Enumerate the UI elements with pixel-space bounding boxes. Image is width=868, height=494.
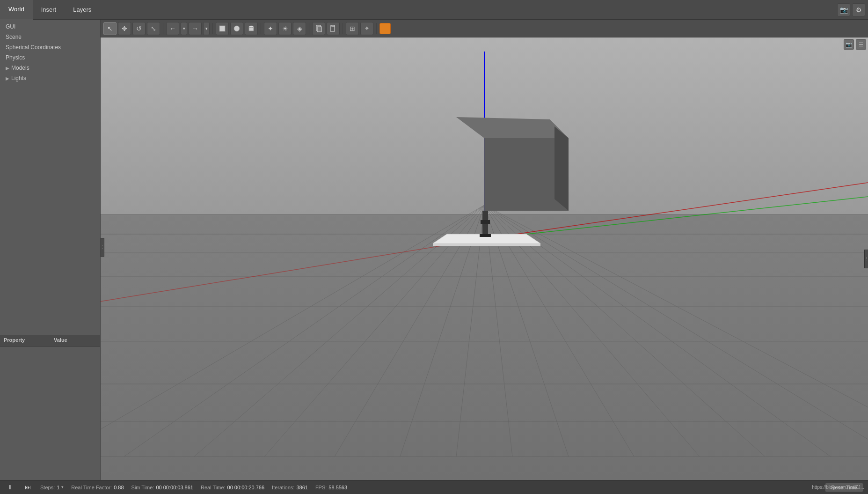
orange-mode-button[interactable]	[379, 23, 391, 34]
cylinder-button[interactable]	[245, 22, 258, 35]
steps-value: 1	[57, 485, 59, 490]
fps-display: FPS: 58.5563	[315, 485, 347, 490]
simtime-label: Sim Time:	[131, 485, 154, 490]
steps-arrow[interactable]: ▾	[61, 485, 64, 490]
scale-mode-button[interactable]: ⤡	[147, 22, 160, 35]
menu-tab-insert[interactable]: Insert	[33, 0, 65, 20]
toolbar: ↖ ✥ ↺ ⤡ ← ▾ → ▾ ✦ ☀ ◈ ⊞ ⌖	[101, 20, 868, 37]
models-arrow-icon: ▶	[6, 66, 9, 71]
sep6	[376, 23, 377, 34]
svg-rect-42	[480, 234, 491, 237]
menu-tab-world[interactable]: World	[0, 0, 33, 20]
svg-marker-39	[433, 243, 540, 246]
menu-tab-layers[interactable]: Layers	[65, 0, 100, 20]
rtf-value: 0.88	[114, 485, 124, 490]
tree-item-spherical-coords[interactable]: Spherical Coordinates	[0, 42, 100, 52]
property-col-header: Property	[0, 335, 50, 346]
top-menubar: World Insert Layers 📷 ⚙	[0, 0, 868, 20]
viewport-canvas	[101, 37, 868, 480]
undo-dropdown[interactable]: ▾	[181, 22, 187, 35]
step-forward-button[interactable]: ⏭	[22, 482, 33, 493]
steps-label: Steps:	[40, 485, 55, 490]
svg-rect-7	[332, 25, 335, 27]
directional-light-button[interactable]: ☀	[278, 22, 292, 35]
tree-item-scene[interactable]: Scene	[0, 32, 100, 42]
pause-button[interactable]: ⏸	[5, 482, 15, 493]
fps-label: FPS:	[315, 485, 327, 490]
tree-item-physics-label: Physics	[6, 54, 25, 61]
left-sidebar: World Insert Layers GUI Scene Spherical …	[0, 0, 101, 480]
svg-rect-9	[101, 214, 868, 480]
spot-light-button[interactable]: ◈	[293, 22, 306, 35]
tree-item-lights-label: Lights	[11, 75, 26, 81]
select-mode-button[interactable]: ↖	[103, 22, 117, 35]
simtime-value: 00 00:00:03.861	[156, 485, 193, 490]
svg-rect-0	[219, 26, 225, 31]
tree-item-scene-label: Scene	[6, 34, 22, 40]
left-collapse-handle[interactable]: ⋮	[101, 238, 104, 257]
viewport-menu-icon[interactable]: ☰	[856, 39, 866, 50]
tree-item-physics[interactable]: Physics	[0, 52, 100, 63]
translate-mode-button[interactable]: ✥	[118, 22, 131, 35]
iterations-display: Iterations: 3861	[272, 485, 308, 490]
settings-icon[interactable]: ⚙	[852, 3, 865, 16]
redo-button[interactable]: →	[189, 22, 202, 35]
tree-item-gui-label: GUI	[6, 23, 15, 30]
snap-button[interactable]: ⌖	[360, 22, 373, 35]
realtime-display: Real Time: 00 00:00:20.766	[201, 485, 264, 490]
properties-panel: Property Value	[0, 335, 100, 480]
paste-button[interactable]	[327, 22, 340, 35]
redo-dropdown[interactable]: ▾	[203, 22, 210, 35]
rotate-mode-button[interactable]: ↺	[132, 22, 146, 35]
url-bar: https://blog.csdn.net/ZJ...	[812, 480, 868, 494]
sep3	[261, 23, 261, 34]
rtf-display: Real Time Factor: 0.88	[71, 485, 124, 490]
iterations-label: Iterations:	[272, 485, 294, 490]
fps-value: 58.5563	[328, 485, 347, 490]
value-col-header: Value	[50, 335, 100, 346]
tree-item-lights[interactable]: ▶ Lights	[0, 73, 100, 83]
svg-rect-41	[481, 220, 490, 224]
right-collapse-handle[interactable]: ⋮	[864, 250, 868, 268]
simtime-display: Sim Time: 00 00:00:03.861	[131, 485, 193, 490]
tree-item-models-label: Models	[11, 65, 29, 71]
svg-marker-45	[554, 126, 569, 211]
tree-item-models[interactable]: ▶ Models	[0, 63, 100, 73]
undo-button[interactable]: ←	[166, 22, 179, 35]
lights-arrow-icon: ▶	[6, 76, 9, 81]
viewport-camera-icon[interactable]: 📷	[844, 39, 854, 50]
box-button[interactable]	[216, 22, 229, 35]
realtime-label: Real Time:	[201, 485, 226, 490]
sep2	[212, 23, 213, 34]
viewport: 📷 ☰ ⋮	[101, 37, 868, 480]
svg-point-3	[249, 26, 254, 28]
tree-item-gui[interactable]: GUI	[0, 22, 100, 32]
copy-button[interactable]	[312, 22, 325, 35]
svg-rect-5	[317, 27, 321, 32]
tree-item-spherical-label: Spherical Coordinates	[6, 44, 61, 51]
screenshot-icon[interactable]: 📷	[837, 3, 850, 16]
point-light-button[interactable]: ✦	[264, 22, 277, 35]
steps-display: Steps: 1 ▾	[40, 485, 64, 490]
sep1	[163, 23, 163, 34]
rtf-label: Real Time Factor:	[71, 485, 112, 490]
properties-header: Property Value	[0, 335, 100, 347]
top-right-icons: 📷 ⚙	[837, 3, 868, 16]
sphere-button[interactable]	[230, 22, 243, 35]
svg-point-1	[234, 26, 240, 31]
sep4	[309, 23, 309, 34]
iterations-value: 3861	[296, 485, 307, 490]
realtime-value: 00 00:00:20.766	[227, 485, 265, 490]
statusbar: ⏸ ⏭ Steps: 1 ▾ Real Time Factor: 0.88 Si…	[0, 480, 868, 494]
align-button[interactable]: ⊞	[346, 22, 359, 35]
viewport-top-right: 📷 ☰	[844, 39, 866, 50]
sep5	[343, 23, 343, 34]
sidebar-tree: GUI Scene Spherical Coordinates Physics …	[0, 20, 100, 335]
